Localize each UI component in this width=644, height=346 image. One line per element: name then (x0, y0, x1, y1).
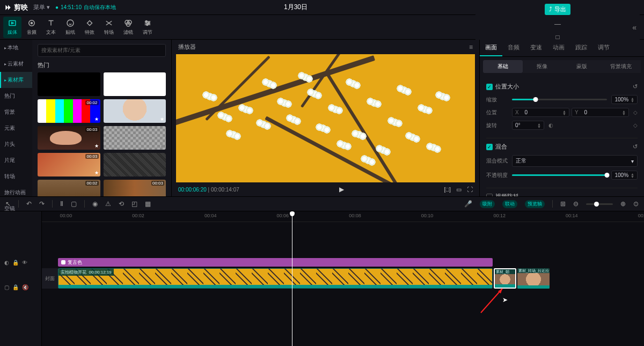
tab-effect[interactable]: 特效 (80, 17, 99, 38)
timeline-ruler[interactable]: 00:00 00:02 00:04 00:06 00:08 00:10 00:1… (42, 211, 644, 222)
pos-y-input[interactable]: Y 0▲▼ (572, 108, 629, 117)
reset-icon[interactable]: ↺ (633, 143, 638, 150)
library-search-input[interactable]: 搜索素材库/元素 (38, 44, 166, 57)
player-menu-icon[interactable]: ≡ (469, 43, 473, 51)
undo-icon[interactable]: ↶ (26, 200, 32, 208)
filter-clip[interactable]: 复古色 (58, 258, 493, 267)
blend-mode-dropdown[interactable]: 正常▾ (512, 155, 638, 167)
video-track-header[interactable]: ▢ 🔒 🔇 (0, 277, 41, 297)
sidebar-item-trans[interactable]: 转场 (0, 168, 32, 185)
project-title[interactable]: 1月30日 (121, 3, 470, 12)
tab-media[interactable]: 媒体 (3, 17, 21, 38)
opacity-slider[interactable] (512, 174, 607, 176)
tab-audio2[interactable]: 音频 (502, 40, 525, 56)
thumb-colorbars[interactable]: 00:02★ (38, 99, 100, 123)
zoom-out-icon[interactable]: ⊖ (573, 200, 579, 208)
tab-track[interactable]: 跟踪 (570, 40, 592, 56)
mirror-icon[interactable]: ▦ (145, 200, 151, 208)
subtab-basic[interactable]: 基础 (483, 60, 523, 73)
reset-icon[interactable]: ↺ (633, 83, 638, 90)
tab-adjust2[interactable]: 调节 (592, 40, 615, 56)
tab-text[interactable]: 文本 (42, 17, 60, 38)
scale-slider[interactable] (512, 99, 607, 100)
thumb-face2[interactable]: 00:03★ (38, 153, 100, 176)
menu-dropdown[interactable]: 菜单 ▾ (33, 3, 50, 11)
fullscreen-icon[interactable]: ⛶ (467, 186, 473, 193)
crop-icon[interactable]: ◰ (131, 200, 137, 208)
split-icon[interactable]: Ⅱ (60, 200, 63, 208)
zoom-slider[interactable] (586, 203, 613, 205)
zoom-fit-icon[interactable]: ⊙ (633, 200, 639, 208)
timeline-tracks[interactable]: 00:00 00:02 00:04 00:06 00:08 00:10 00:1… (42, 211, 644, 346)
subtab-cutout[interactable]: 抠像 (523, 60, 562, 73)
video-clip-2-selected[interactable]: 素材_朝 (494, 268, 516, 289)
thumb-noise[interactable] (104, 153, 166, 176)
tab-anim[interactable]: 动画 (547, 40, 570, 56)
keyframe-icon[interactable]: ◇ (633, 109, 638, 115)
sidebar-item-stock[interactable]: 素材库 (0, 72, 32, 88)
reverse-icon[interactable]: ⟲ (119, 200, 124, 208)
mic-icon[interactable]: 🎤 (464, 200, 472, 208)
sidebar-item-bg[interactable]: 背景 (0, 104, 32, 120)
thumb-black[interactable] (38, 72, 100, 96)
select-tool-icon[interactable]: ↖ (5, 200, 11, 208)
sidebar-item-element[interactable]: 元素 (0, 120, 32, 136)
video-clip-3[interactable]: 素材_转场_拉近拉大师 (517, 268, 550, 289)
cover-button[interactable]: 封面 (42, 268, 58, 289)
focus-icon[interactable]: [□] (444, 186, 451, 193)
opacity-value[interactable]: 100%▲▼ (611, 171, 638, 180)
sidebar-item-intro[interactable]: 片头 (0, 136, 32, 152)
preview-viewport[interactable] (176, 54, 475, 182)
minimize-button[interactable]: — (550, 20, 566, 28)
filter-track-header[interactable]: ◐ 🔒 👁 (0, 258, 41, 267)
mute-icon[interactable]: 🔇 (22, 284, 28, 290)
zoom-in-icon[interactable]: ⊕ (620, 200, 626, 208)
stabilize-toggle[interactable]: 视频防抖 (486, 193, 519, 196)
sidebar-item-outro[interactable]: 片尾 (0, 152, 32, 168)
snap-toggle[interactable]: 吸附 (480, 200, 495, 208)
export-button[interactable]: ⤴导出 (545, 4, 570, 15)
link-toggle[interactable]: 联动 (502, 200, 517, 208)
blend-toggle[interactable]: ✓混合 (486, 143, 507, 151)
ratio-icon[interactable]: ▭ (456, 186, 462, 193)
thumb-face1[interactable]: ★ (104, 99, 166, 123)
tab-filter[interactable]: 滤镜 (119, 17, 137, 38)
subtab-mask[interactable]: 蒙版 (562, 60, 602, 73)
thumb-white[interactable] (104, 72, 166, 96)
video-clip-1[interactable]: 实拍植物开花 00:00:12:19 (58, 268, 493, 289)
lock-icon[interactable]: 🔒 (12, 260, 19, 266)
pos-x-input[interactable]: X 0▲▼ (512, 108, 569, 117)
tab-sticker[interactable]: 贴纸 (61, 17, 79, 38)
tab-picture[interactable]: 画面 (480, 40, 502, 56)
lock-icon[interactable]: 🔒 (12, 284, 19, 290)
position-size-toggle[interactable]: ✓位置大小 (486, 83, 519, 91)
preview-axis-toggle[interactable]: 预览轴 (525, 200, 545, 208)
thumb-group[interactable]: 00:03 (104, 180, 166, 196)
rotation-input[interactable]: 0°▲▼ (512, 121, 544, 130)
sidebar-item-hot[interactable]: 热门 (0, 88, 32, 104)
play-button[interactable]: ▶ (245, 186, 438, 193)
tab-adjust[interactable]: 调节 (138, 17, 157, 38)
rotate-dial-icon[interactable]: ◐ (548, 122, 553, 128)
subtab-bgfill[interactable]: 背景填充 (602, 60, 641, 73)
eye-icon[interactable]: 👁 (22, 260, 27, 266)
redo-icon[interactable]: ↷ (39, 200, 45, 208)
tab-transition[interactable]: 转场 (100, 17, 118, 38)
sidebar-item-travel[interactable]: 旅行动画 (0, 185, 32, 201)
freeze-icon[interactable]: ⚠ (105, 200, 111, 208)
thumb-transparent[interactable]: ⬇ (104, 126, 166, 150)
tab-speed[interactable]: 变速 (525, 40, 547, 56)
auto-cut-icon[interactable]: ⊞ (560, 200, 566, 208)
library-section-label: 热门 (38, 61, 166, 69)
delete-icon[interactable]: ▢ (71, 200, 77, 208)
thumb-laugh[interactable]: 00:03★ (38, 126, 100, 150)
tab-audio[interactable]: 音频 (23, 17, 41, 38)
record-icon[interactable]: ◉ (92, 200, 98, 208)
scale-value[interactable]: 100%▲▼ (611, 95, 638, 104)
thumb-scene[interactable]: 00:02 (38, 180, 100, 196)
keyframe-icon[interactable]: ◇ (633, 122, 638, 128)
collapse-panel-icon[interactable]: « (628, 21, 641, 34)
sidebar-item-local[interactable]: 本地 (0, 40, 32, 56)
playhead[interactable] (292, 211, 292, 346)
sidebar-item-cloud[interactable]: 云素材 (0, 56, 32, 72)
